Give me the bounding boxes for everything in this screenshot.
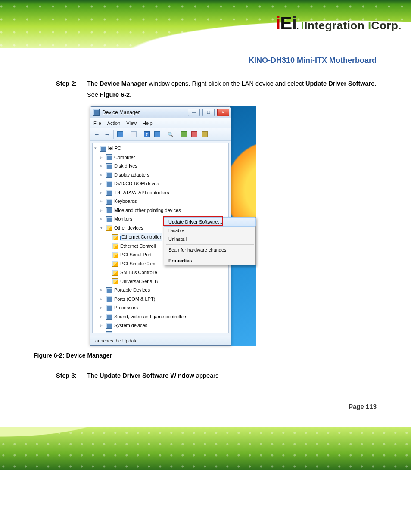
tb-icon-3[interactable] xyxy=(153,130,162,139)
tb-icon-1[interactable] xyxy=(115,130,125,139)
menu-help[interactable]: Help xyxy=(143,121,153,126)
nav-back-button[interactable]: ⬅ xyxy=(92,130,101,139)
page-header-band: iEi. IIntegration ICorp. xyxy=(0,0,411,50)
tree-cat[interactable]: Sound, video and game controllers xyxy=(100,313,228,322)
tree-cat[interactable]: Mice and other pointing devices xyxy=(100,207,228,216)
page-footer-band xyxy=(0,427,411,470)
window-title: Device Manager xyxy=(102,109,140,115)
status-text: Launches the Update xyxy=(93,338,138,343)
tb-uninstall-icon[interactable] xyxy=(190,130,199,139)
brand-iei: iEi. xyxy=(276,13,299,34)
minimize-button[interactable]: — xyxy=(188,109,200,116)
ctx-separator xyxy=(166,244,254,245)
context-menu: Update Driver Software… Disable Uninstal… xyxy=(164,217,256,265)
menu-action[interactable]: Action xyxy=(107,121,121,126)
menu-bar: File Action View Help xyxy=(90,118,231,128)
tree-cat[interactable]: System devices xyxy=(100,322,228,331)
menu-file[interactable]: File xyxy=(93,121,101,126)
step-2-label: Step 2: xyxy=(56,78,84,100)
tree-cat[interactable]: Processors xyxy=(100,304,228,313)
figure-6-2: Device Manager — ☐ ✕ File Action View He… xyxy=(90,106,257,346)
tb-update-icon[interactable] xyxy=(179,130,189,139)
tree-cat[interactable]: Computer xyxy=(100,154,228,163)
tree-cat[interactable]: Disk drives xyxy=(100,162,228,171)
step-list: Step 2: The Device Manager window opens.… xyxy=(56,78,377,100)
ctx-separator xyxy=(166,255,254,255)
tree-cat[interactable]: IDE ATA/ATAPI controllers xyxy=(100,189,228,198)
step-3-text: The Update Driver Software Window appear… xyxy=(87,370,218,381)
tree-cat[interactable]: Ports (COM & LPT) xyxy=(100,296,228,305)
step-2: Step 2: The Device Manager window opens.… xyxy=(56,78,377,100)
maximize-button[interactable]: ☐ xyxy=(202,109,215,116)
tree-cat[interactable]: Keyboards xyxy=(100,198,228,207)
tree-item[interactable]: Universal Serial B xyxy=(106,278,228,287)
tb-icon-4[interactable] xyxy=(200,130,209,139)
status-bar: Launches the Update xyxy=(90,336,231,345)
toolbar: ⬅ ➡ ? 🔍 xyxy=(90,128,231,141)
brand-corp: IIntegration ICorp. xyxy=(301,19,402,32)
step-2-text: The Device Manager window opens. Right-c… xyxy=(87,78,377,100)
tree-cat[interactable]: Universal Serial Bus controllers xyxy=(100,331,228,334)
document-body: KINO-DH310 Mini-ITX Motherboard Step 2: … xyxy=(0,50,411,410)
menu-view[interactable]: View xyxy=(126,121,137,126)
step-3-label: Step 3: xyxy=(56,370,84,381)
document-title: KINO-DH310 Mini-ITX Motherboard xyxy=(34,56,377,65)
ctx-update-driver[interactable]: Update Driver Software… xyxy=(164,217,256,227)
ctx-properties[interactable]: Properties xyxy=(164,256,255,265)
ctx-scan[interactable]: Scan for hardware changes xyxy=(164,246,255,254)
figure-caption-2: Figure 6-2: Device Manager xyxy=(34,352,377,359)
ctx-uninstall[interactable]: Uninstall xyxy=(164,235,255,243)
close-button[interactable]: ✕ xyxy=(217,109,229,116)
tb-icon-2[interactable] xyxy=(129,130,138,139)
nav-forward-button[interactable]: ➡ xyxy=(102,130,112,139)
tb-scan-icon[interactable]: 🔍 xyxy=(166,130,175,139)
ctx-disable[interactable]: Disable xyxy=(164,226,255,235)
page-number: Page 113 xyxy=(34,403,377,410)
tree-cat[interactable]: DVD/CD-ROM drives xyxy=(100,180,228,189)
brand-logo: iEi. IIntegration ICorp. xyxy=(276,13,402,34)
tb-help-icon[interactable]: ? xyxy=(142,130,152,139)
tree-root-label: iei-PC xyxy=(108,145,121,152)
tree-cat[interactable]: Display adapters xyxy=(100,171,228,180)
tree-cat[interactable]: Portable Devices xyxy=(100,286,228,296)
step-3: Step 3: The Update Driver Software Windo… xyxy=(56,370,377,381)
device-manager-icon xyxy=(93,109,100,116)
step-list-2: Step 3: The Update Driver Software Windo… xyxy=(56,370,377,381)
tree-item[interactable]: SM Bus Controlle xyxy=(106,269,228,278)
window-titlebar[interactable]: Device Manager — ☐ ✕ xyxy=(90,107,231,118)
